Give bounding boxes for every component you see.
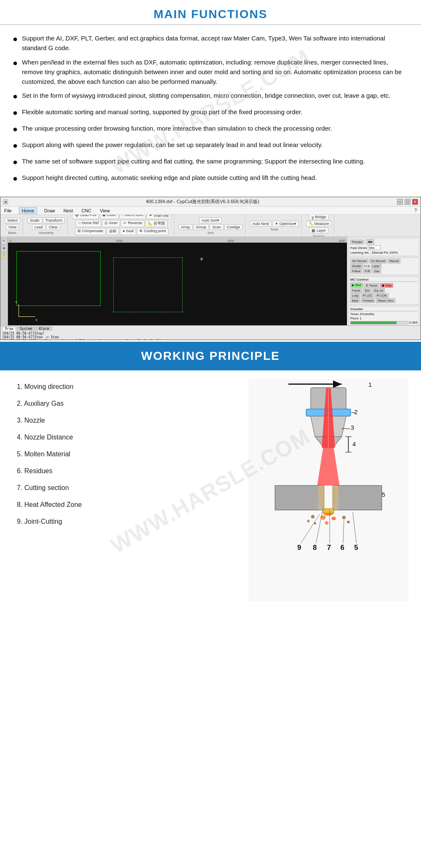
- menu-view[interactable]: View: [99, 208, 111, 213]
- toolbar-technical-group: ➕ Lead Pos ◉ Outer ↕ Micro Joint ✦ 快捷功能 …: [69, 216, 174, 236]
- console-tab-alarm[interactable]: Alarm: [36, 327, 52, 331]
- layer-button[interactable]: ▦ Layer: [309, 228, 328, 233]
- auto-nest-button[interactable]: Auto Nest: [250, 221, 272, 227]
- wp-label-7: 7. Cutting section: [17, 484, 240, 492]
- scale-button[interactable]: Scale: [27, 217, 42, 223]
- group-button[interactable]: Group: [193, 224, 209, 230]
- bullet-icon: ●: [13, 106, 18, 119]
- piece-row: Piece 1: [350, 316, 418, 320]
- toolbar-scale-group: Scale Transform Lead Clear Geometry: [25, 216, 68, 236]
- array-button[interactable]: Array: [179, 224, 193, 230]
- sort-row1: Auto Sort▾: [199, 217, 222, 223]
- wp-label-4: 4. Nozzle Distance: [17, 434, 240, 441]
- console-tab-system[interactable]: System: [17, 327, 35, 331]
- scan-button[interactable]: Scan: [210, 224, 224, 230]
- view-button[interactable]: View: [6, 224, 19, 230]
- micro-joint-button[interactable]: ↕ Micro Joint: [120, 215, 146, 219]
- dry-cut-button[interactable]: Dry cut: [372, 288, 385, 293]
- home-ref-button[interactable]: ⌂ Home Ref: [76, 220, 101, 227]
- menu-file[interactable]: File: [3, 208, 13, 213]
- follow-button[interactable]: Follow: [350, 269, 362, 273]
- list-item: ● Flexible automatic sorting and manual …: [13, 107, 408, 119]
- laser-button[interactable]: Laser: [371, 264, 382, 268]
- working-principle-section: WWW.HARSLE.COM 1. Moving direction 2. Au…: [0, 370, 421, 611]
- step-input[interactable]: [368, 245, 381, 250]
- clear-button[interactable]: Clear: [46, 224, 61, 230]
- tool-select[interactable]: ↖: [1, 238, 7, 244]
- timer-row: Timer 37min00s: [350, 312, 418, 316]
- start-row: ▶ Start ⏸ Pause ⏹ Stop: [350, 283, 418, 288]
- bullet-icon: ●: [13, 172, 18, 185]
- drawing-button[interactable]: 📐 折弯图: [145, 220, 168, 227]
- svg-rect-18: [275, 486, 324, 510]
- bridge-button[interactable]: ╦ Bridge: [309, 215, 329, 220]
- console-line-3: [04/15 08:56:48]Sets Zero-position of Fi…: [2, 339, 419, 340]
- menu-cnc[interactable]: CNC: [80, 208, 93, 213]
- mc-control-label: MC Control: [350, 278, 418, 282]
- optimize-button[interactable]: ✦ Optimize▾: [272, 221, 299, 227]
- maximize-button[interactable]: □: [405, 199, 410, 205]
- tool-move[interactable]: ✋: [1, 253, 7, 259]
- puff-button[interactable]: Puff: [363, 269, 371, 273]
- stop-button[interactable]: ⏹ Stop: [380, 283, 393, 288]
- ruler-marks: 0 1000 2000 3000: [10, 239, 345, 242]
- sw-icon-small: ⊞: [3, 199, 8, 204]
- list-item: ● When pen/lead in the external files su…: [13, 57, 408, 87]
- shortcut-button[interactable]: ✦ 快捷功能: [147, 215, 171, 219]
- go-record-button[interactable]: Go Record: [369, 259, 387, 263]
- progress-row: 0.965: [350, 321, 418, 324]
- toolbar-scale-row: Scale Transform: [27, 217, 65, 223]
- set-record-button[interactable]: Set Record: [350, 259, 368, 263]
- back-button[interactable]: Back: [350, 298, 360, 303]
- record-button[interactable]: Record: [388, 259, 401, 263]
- menu-nest[interactable]: Nest: [62, 208, 75, 213]
- loop-button[interactable]: Loop: [350, 293, 360, 298]
- coedge-button[interactable]: Coedge: [224, 224, 243, 230]
- window-controls: ─ □ ✕: [397, 199, 418, 205]
- start-button[interactable]: ▶ Start: [350, 283, 363, 288]
- sim-button[interactable]: Sim: [363, 288, 371, 293]
- progress-bar-fill: [351, 321, 397, 324]
- preview-button[interactable]: Preview: [350, 240, 364, 244]
- main-functions-header: MAIN FUNCTIONS: [0, 0, 421, 25]
- preview-arrows[interactable]: ◀ ▶: [366, 239, 374, 244]
- lead-button[interactable]: Lead: [32, 224, 45, 230]
- counter-section: Counter Timer 37min00s Piece 1 0.965: [349, 306, 419, 325]
- shutter-row: Shutter 灯光 Laser: [350, 264, 418, 268]
- menu-help-icon[interactable]: ?: [413, 208, 418, 213]
- svg-text:6: 6: [340, 544, 344, 552]
- bullet-icon: ●: [13, 90, 18, 103]
- feature-text-5: The unique processing order browsing fun…: [22, 123, 408, 133]
- forward-button[interactable]: Forward: [361, 298, 376, 303]
- measure-button[interactable]: 📏 Measure: [306, 221, 332, 227]
- tool-zoom[interactable]: ⊕: [1, 246, 7, 252]
- pt-cont-button[interactable]: Pt CON: [375, 293, 389, 298]
- outer-button[interactable]: ◉ Outer: [100, 215, 119, 219]
- return-zero-button[interactable]: Return Zero: [376, 298, 395, 303]
- reverse-button[interactable]: ↩ Reverse: [121, 220, 144, 227]
- bullet-icon: ●: [13, 56, 18, 70]
- seal-button[interactable]: ● Seal: [120, 228, 136, 235]
- gas-button[interactable]: Gas: [373, 269, 381, 273]
- menu-draw[interactable]: Draw: [43, 208, 56, 213]
- select-button[interactable]: Select: [5, 217, 20, 223]
- auto-sort-button[interactable]: Auto Sort▾: [199, 217, 222, 223]
- frame-button[interactable]: Frame: [350, 288, 362, 293]
- svg-text:5: 5: [382, 491, 385, 498]
- inner-button[interactable]: ◎ Inner: [102, 220, 120, 227]
- pause-button[interactable]: ⏸ Pause: [364, 283, 379, 288]
- compensate-button[interactable]: ⊞ Compensate: [75, 228, 106, 235]
- svg-point-40: [311, 515, 314, 518]
- console-tab-draw[interactable]: Draw: [2, 327, 16, 331]
- shutter-button[interactable]: Shutter: [350, 264, 363, 268]
- feature-text-8: Support height directed cutting, automat…: [22, 173, 408, 182]
- minimize-button[interactable]: ─: [397, 199, 403, 205]
- working-principle-header: WORKING PRINCIPLE: [0, 342, 421, 370]
- menu-home[interactable]: Home: [19, 207, 37, 214]
- close-button[interactable]: ✕: [412, 199, 418, 205]
- pt-loc-button[interactable]: Pt LOC: [361, 293, 374, 298]
- transform-button[interactable]: Transform: [43, 217, 65, 223]
- paiLiao-button[interactable]: 排料: [107, 228, 119, 235]
- cool-button[interactable]: ❄ Cooling point: [137, 228, 168, 235]
- lead-pos-button[interactable]: ➕ Lead Pos: [72, 215, 99, 219]
